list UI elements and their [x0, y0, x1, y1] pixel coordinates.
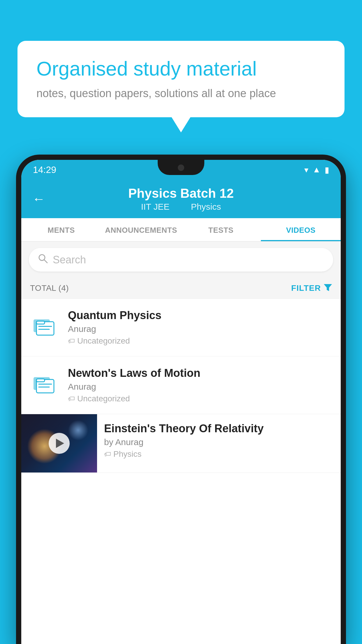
- video-tag: 🏷 Physics: [104, 449, 334, 459]
- tag-icon: 🏷: [68, 337, 75, 345]
- total-count: TOTAL (4): [30, 284, 69, 293]
- video-tag: 🏷 Uncategorized: [68, 336, 332, 346]
- video-title: Einstein's Theory Of Relativity: [104, 422, 334, 435]
- video-info: Einstein's Theory Of Relativity by Anura…: [97, 414, 341, 467]
- header-subtitle: IIT JEE Physics: [138, 202, 224, 212]
- camera: [178, 164, 184, 171]
- svg-line-1: [44, 260, 47, 263]
- list-item[interactable]: Quantum Physics Anurag 🏷 Uncategorized: [21, 299, 341, 356]
- list-item[interactable]: Newton's Laws of Motion Anurag 🏷 Uncateg…: [21, 356, 341, 414]
- search-bar[interactable]: Search: [29, 248, 333, 272]
- tag-icon: 🏷: [68, 395, 75, 403]
- status-bar: 14:29 ▾ ▲ ▮: [21, 160, 341, 180]
- tag-icon: 🏷: [104, 450, 111, 458]
- back-button[interactable]: ←: [32, 192, 45, 206]
- tabs-bar: MENTS ANNOUNCEMENTS TESTS VIDEOS: [21, 218, 341, 242]
- filter-button[interactable]: FILTER: [291, 283, 332, 293]
- orb2: [68, 420, 88, 440]
- status-time: 14:29: [33, 164, 56, 175]
- tag-label: Uncategorized: [77, 336, 130, 346]
- play-icon: [56, 439, 64, 448]
- subtitle-sep: [178, 202, 185, 211]
- notch: [158, 160, 204, 175]
- tab-announcements[interactable]: ANNOUNCEMENTS: [101, 218, 181, 241]
- tab-videos[interactable]: VIDEOS: [261, 218, 341, 241]
- filter-row: TOTAL (4) FILTER: [21, 278, 341, 299]
- filter-icon: [324, 283, 332, 293]
- filter-label: FILTER: [291, 284, 321, 293]
- battery-icon: ▮: [325, 165, 329, 175]
- play-button[interactable]: [49, 433, 70, 454]
- search-section: Search: [21, 242, 341, 278]
- video-info: Quantum Physics Anurag 🏷 Uncategorized: [68, 309, 332, 346]
- tab-tests[interactable]: TESTS: [181, 218, 261, 241]
- speech-bubble: Organised study material notes, question…: [17, 41, 345, 117]
- video-list: Quantum Physics Anurag 🏷 Uncategorized: [21, 299, 341, 473]
- search-placeholder: Search: [53, 254, 86, 266]
- video-author: Anurag: [68, 382, 332, 392]
- folder-icon-container: [30, 367, 59, 399]
- tag-label: Physics: [113, 449, 141, 459]
- search-icon: [38, 253, 48, 266]
- bubble-subtitle: notes, question papers, solutions all at…: [36, 87, 326, 100]
- tag-label: Uncategorized: [77, 394, 130, 403]
- folder-icon-container: [30, 309, 59, 341]
- video-tag: 🏷 Uncategorized: [68, 394, 332, 403]
- video-title: Quantum Physics: [68, 309, 332, 322]
- phone-frame: 14:29 ▾ ▲ ▮ ← Physics Batch 12 IIT JEE P…: [16, 155, 346, 644]
- subtitle-physics: Physics: [191, 202, 221, 211]
- video-thumbnail: [21, 414, 97, 473]
- status-icons: ▾ ▲ ▮: [304, 165, 329, 175]
- video-info: Newton's Laws of Motion Anurag 🏷 Uncateg…: [68, 367, 332, 403]
- svg-marker-2: [324, 284, 332, 291]
- list-item[interactable]: Einstein's Theory Of Relativity by Anura…: [21, 414, 341, 473]
- svg-rect-5: [36, 321, 45, 324]
- bubble-title: Organised study material: [36, 57, 326, 81]
- wifi-icon: ▾: [304, 165, 308, 175]
- subtitle-iitjee: IIT JEE: [141, 202, 170, 211]
- video-author: by Anurag: [104, 437, 334, 447]
- svg-rect-10: [36, 379, 45, 382]
- signal-icon: ▲: [312, 165, 321, 174]
- video-title: Newton's Laws of Motion: [68, 367, 332, 379]
- header-title: Physics Batch 12: [128, 186, 234, 201]
- speech-bubble-container: Organised study material notes, question…: [17, 41, 345, 117]
- app-header: ← Physics Batch 12 IIT JEE Physics: [21, 180, 341, 218]
- video-author: Anurag: [68, 324, 332, 334]
- tab-ments[interactable]: MENTS: [21, 218, 101, 241]
- phone-inner: 14:29 ▾ ▲ ▮ ← Physics Batch 12 IIT JEE P…: [21, 160, 341, 644]
